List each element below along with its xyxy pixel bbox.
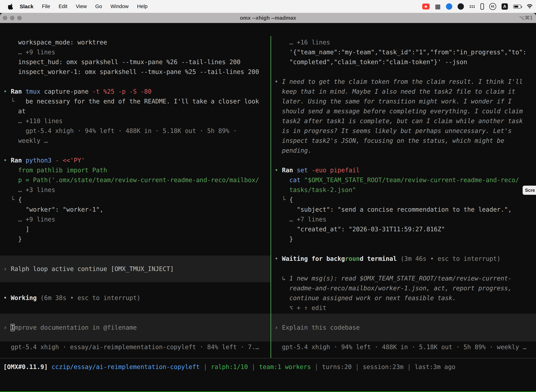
text-segment: Ralph loop active continue [OMX_TMUX_INJ… [11,265,174,272]
terminal-line: … +3 lines [3,185,270,195]
text-segment: | [200,363,211,370]
terminal-content: workspace_mode: worktree … +9 lines insp… [0,36,536,392]
wifi-icon[interactable] [526,4,533,9]
terminal-line: "completed","claim_token":"claim-token"}… [274,57,536,67]
window-title-bar[interactable]: omx --xhigh --madmax ⌥⌘1 [0,13,536,23]
terminal-line: from pathlib import Path [3,165,270,175]
terminal-line: ] [3,224,270,234]
terminal-line: } [274,234,536,244]
terminal-line: • Ran python3 - <<'PY' [3,155,270,165]
terminal-line: pending. [274,146,536,155]
text-segment: { [289,196,293,203]
menu-help[interactable]: Help [137,4,148,9]
text-segment: › [274,324,282,331]
text-segment: readme-and-reco/mailbox/worker-1.json, a… [274,285,512,292]
text-segment: • [3,157,11,164]
composer-input-left-text: › Improve documentation in @filename [3,323,137,332]
text-segment: '{"team_name":"my-team","task_id":"1","f… [274,49,526,56]
text-segment: • [274,255,282,262]
pane-bottom-border [0,358,536,359]
text-segment: ralph:1/10 [211,363,248,370]
text-segment: Waiting for backg [282,255,345,262]
terminal-line: … +7 lines [274,215,536,224]
terminal-line: • Ran tmux capture-pane -t %25 -p -S -80 [3,87,270,96]
screen-share-notification[interactable]: Scre [523,186,536,195]
text-segment: "$OMX_TEAM_STATE_ROOT/team/review-curren… [304,177,519,183]
text-segment: "worker": "worker-1", [3,206,103,213]
text-segment: • [3,88,11,95]
text-segment: ↳ [274,275,289,282]
text-segment: | [404,363,415,370]
text-segment: weekly … [3,137,48,144]
app-menu-title[interactable]: Slack [20,4,34,9]
blue-app-icon[interactable] [446,3,452,10]
pane-status-right-text: gpt-5.4 xhigh · 94% left · 488K in · 5.1… [274,342,526,352]
text-segment: | [352,363,363,370]
terminal-line [274,264,536,273]
battery-icon[interactable] [513,5,521,9]
pane-status-right: gpt-5.4 xhigh · 94% left · 488K in · 5.1… [274,342,526,352]
menu-file[interactable]: File [42,4,50,9]
terminal-line: • I need to get the claim token from the… [274,77,536,87]
window-title: omx --xhigh --madmax [0,13,536,23]
scrollback-left: workspace_mode: worktree … +9 lines insp… [3,37,270,244]
text-segment: pending. [274,147,312,154]
text-segment: Ran [282,167,297,174]
menu-go[interactable]: Go [95,4,102,9]
screen-recording-indicator-icon[interactable] [422,4,430,9]
apple-icon [8,3,14,10]
terminal-line: workspace_mode: worktree [3,37,270,47]
text-segment: … +16 lines [274,39,330,46]
terminal-line: weekly … [3,136,270,146]
keyboard-input-source-icon[interactable]: A [502,3,508,10]
terminal-line: • Ran set -euo pipefail [274,165,536,175]
text-segment: set [297,167,311,174]
terminal-window: omx --xhigh --madmax ⌥⌘1 workspace_mode:… [0,13,536,392]
terminal-line: └ be necessary for the end of the README… [3,96,270,106]
menu-view[interactable]: View [76,4,87,9]
text-segment: Explain this codebase [282,324,360,331]
scrollback-right: … +16 lines '{"team_name":"my-team","tas… [274,37,536,313]
terminal-line: inspect task2's JSON, focusing on the st… [274,136,536,146]
text-segment: | [311,363,322,370]
text-segment: › [3,324,11,331]
text-segment: last:3m ago [415,363,455,370]
grid-app-icon[interactable]: ▦ [435,4,441,10]
text-segment: p = Path('.omx/state/team/review-current… [3,177,259,183]
omx-status-line: [OMX#0.11.9] cczip/essay/ai-reimplementa… [3,362,455,372]
composer-input-right[interactable]: › Explain this codebase [271,314,536,341]
dots-grid-icon[interactable] [469,5,475,9]
terminal-line [3,146,270,155]
tmux-pane-left[interactable]: workspace_mode: worktree … +9 lines insp… [0,36,270,358]
tmux-pane-right[interactable]: … +16 lines '{"team_name":"my-team","tas… [271,36,536,358]
dark-app-icon[interactable] [458,3,464,10]
terminal-line: continue assigned work or next feasible … [274,293,536,303]
text-segment: … +7 lines [274,216,326,223]
text-segment: … +3 lines [3,186,55,193]
terminal-line: task2 after task1 is complete, but can I… [274,116,536,126]
menu-edit[interactable]: Edit [58,4,67,9]
text-segment: workspace_mode: worktree [3,39,107,46]
apple-menu[interactable] [8,3,14,10]
battery-percentage-icon[interactable]: 61 [489,3,496,10]
text-segment: … +9 lines [3,216,55,223]
battery-percentage-label: 61 [491,5,494,8]
text-segment: • [3,294,11,301]
text-segment: task2 after task1 is complete, but can I… [274,117,523,125]
terminal-line: at [3,106,270,116]
terminal-line: … +16 lines [274,37,536,47]
battery-fill [514,6,518,8]
menu-bar-status-icons: ▦ 61 A [422,0,533,13]
text-segment: { [18,196,22,203]
composer-input-left[interactable]: › Improve documentation in @filename [0,314,270,341]
text-segment: (3m 46s • esc to interrupt) [400,255,500,262]
text-segment: › [3,265,11,272]
text-segment: [OMX#0.11.9] [3,363,52,370]
text-segment: • [274,78,282,85]
text-segment [274,186,289,193]
phone-icon[interactable] [480,3,484,10]
menu-window[interactable]: Window [110,4,129,9]
working-status-row: • Working (6m 38s • esc to interrupt) [3,293,140,303]
text-segment: python3 [25,157,55,164]
terminal-line: later. Using the same for transition mig… [274,96,536,106]
